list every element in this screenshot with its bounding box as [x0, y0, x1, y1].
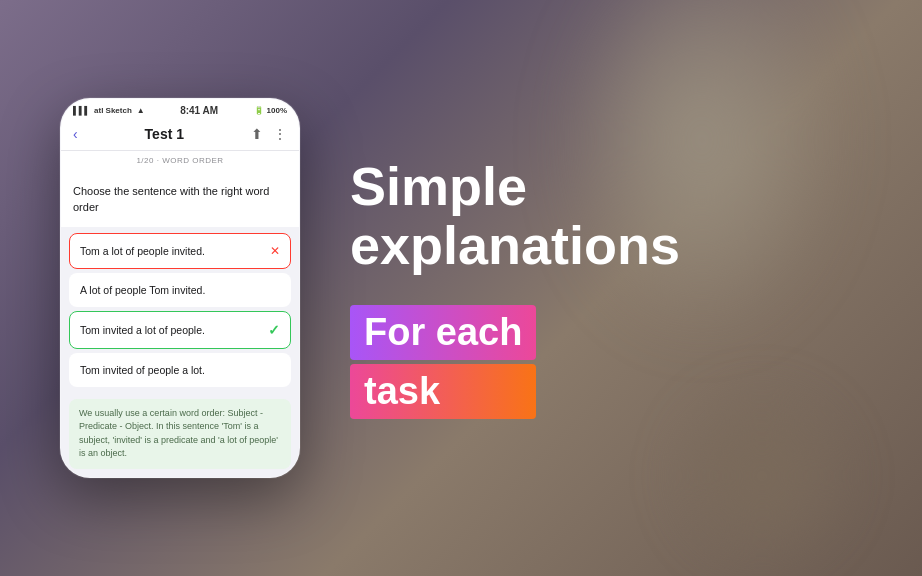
option-2[interactable]: A lot of people Tom invited.	[69, 273, 291, 307]
progress-section: 1/20 · WORD ORDER	[61, 151, 299, 174]
option-3-text: Tom invited a lot of people.	[80, 324, 205, 336]
battery-icon: 🔋	[254, 106, 264, 115]
option-4[interactable]: Tom invited of people a lot.	[69, 353, 291, 387]
marketing-text: Simple explanations For each task	[300, 157, 922, 420]
explanation-box: We usually use a certain word order: Sub…	[69, 399, 291, 469]
share-icon[interactable]: ⬆	[251, 126, 263, 142]
phone-wrapper: ▌▌▌ atl Sketch ▲ 8:41 AM 🔋 100% ‹ Test 1…	[60, 98, 300, 478]
battery-label: 100%	[267, 106, 287, 115]
wifi-icon: ▲	[137, 106, 145, 115]
options-section: Tom a lot of people invited. ✕ A lot of …	[61, 229, 299, 395]
status-left: ▌▌▌ atl Sketch ▲	[73, 106, 145, 115]
option-1[interactable]: Tom a lot of people invited. ✕	[69, 233, 291, 269]
option-3[interactable]: Tom invited a lot of people. ✓	[69, 311, 291, 349]
phone-mockup: ▌▌▌ atl Sketch ▲ 8:41 AM 🔋 100% ‹ Test 1…	[60, 98, 300, 478]
main-heading: Simple explanations	[350, 157, 882, 276]
nav-title: Test 1	[145, 126, 184, 142]
status-right: 🔋 100%	[254, 106, 287, 115]
question-text: Choose the sentence with the right word …	[73, 184, 287, 215]
heading-line1: Simple	[350, 156, 527, 216]
correct-icon: ✓	[268, 322, 280, 338]
page-container: ▌▌▌ atl Sketch ▲ 8:41 AM 🔋 100% ‹ Test 1…	[0, 0, 922, 576]
question-section: Choose the sentence with the right word …	[61, 174, 299, 227]
status-time: 8:41 AM	[180, 105, 218, 116]
nav-icons: ⬆ ⋮	[251, 126, 287, 142]
nav-bar: ‹ Test 1 ⬆ ⋮	[61, 120, 299, 151]
explanation-text: We usually use a certain word order: Sub…	[79, 408, 278, 459]
option-1-text: Tom a lot of people invited.	[80, 245, 205, 257]
carrier-label: atl Sketch	[94, 106, 132, 115]
more-icon[interactable]: ⋮	[273, 126, 287, 142]
tag-line1: For each	[350, 305, 536, 360]
status-bar: ▌▌▌ atl Sketch ▲ 8:41 AM 🔋 100%	[61, 99, 299, 120]
signal-icon: ▌▌▌	[73, 106, 90, 115]
option-2-text: A lot of people Tom invited.	[80, 284, 205, 296]
back-button[interactable]: ‹	[73, 126, 78, 142]
wrong-icon: ✕	[270, 244, 280, 258]
tag-container: For each task	[350, 305, 536, 419]
progress-label: 1/20 · WORD ORDER	[73, 156, 287, 165]
option-4-text: Tom invited of people a lot.	[80, 364, 205, 376]
heading-line2: explanations	[350, 215, 680, 275]
tag-line2: task	[350, 364, 536, 419]
